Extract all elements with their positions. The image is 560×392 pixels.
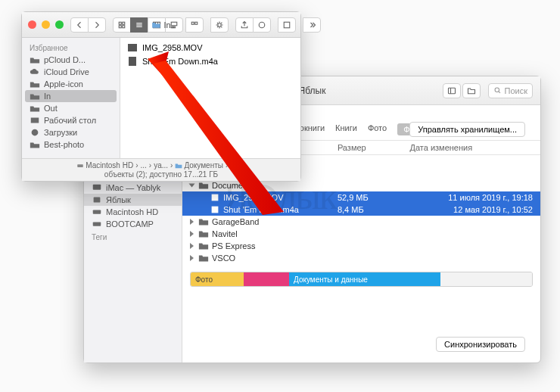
arrange-icon[interactable] (185, 17, 204, 33)
action-icon[interactable] (210, 17, 229, 33)
storage-seg-free (440, 272, 532, 286)
svg-rect-15 (119, 25, 121, 27)
sync-button[interactable]: Синхронизировать (436, 337, 525, 352)
svg-rect-34 (129, 57, 136, 66)
forward-icon[interactable] (88, 17, 106, 33)
svg-line-3 (498, 92, 499, 93)
sidebar-item-imac[interactable]: iMac — Yablyk (84, 182, 182, 194)
folder-icon[interactable] (462, 83, 481, 98)
storage-seg-docs: Документы и данные (289, 272, 440, 286)
tab-books[interactable]: Книги (335, 123, 357, 135)
svg-rect-12 (212, 207, 219, 213)
sidebar-item-bootcamp[interactable]: BOOTCAMP (84, 218, 182, 230)
front-titlebar: In (22, 12, 300, 38)
svg-rect-26 (191, 22, 194, 24)
view-switcher (114, 17, 183, 33)
storage-seg-photo: Фото (191, 272, 244, 286)
sidebar-item-best-photo[interactable]: Best-photo (22, 138, 120, 151)
svg-rect-10 (93, 222, 101, 226)
svg-rect-14 (123, 22, 125, 24)
svg-rect-9 (93, 210, 101, 213)
folder-row[interactable]: PS Express (182, 240, 540, 252)
svg-rect-6 (93, 185, 101, 190)
svg-rect-16 (123, 25, 125, 27)
tag-icon[interactable] (253, 17, 271, 33)
zoom-icon[interactable] (55, 20, 64, 29)
back-icon[interactable] (70, 17, 89, 33)
front-footer: Macintosh HD › ... › ya... › Документы ›… (22, 158, 300, 181)
audio-file-icon (126, 56, 138, 67)
file-row-m4a[interactable]: Shut 'Em Down.m4a8,4 МБ12 мая 2019 г., 1… (182, 204, 540, 216)
front-title: In (151, 20, 170, 30)
file-list: IMG_2958.MOV Shut 'Em Down.m4a (120, 38, 300, 158)
file-row-mov[interactable]: IMG_2958.MOV52,9 МБ11 июля 2019 г., 19:1… (182, 191, 540, 204)
front-sidebar: Избранное pCloud D... iCloud Drive Apple… (22, 38, 120, 158)
svg-point-29 (259, 22, 265, 28)
folder-icon (198, 241, 209, 250)
folder-row[interactable]: VSCO (182, 252, 540, 264)
search-placeholder: Поиск (505, 86, 527, 95)
view-icon-icon[interactable] (113, 17, 131, 33)
svg-rect-11 (212, 194, 219, 201)
sidebar-item-desktop[interactable]: Рабочий стол (22, 114, 120, 126)
svg-rect-13 (119, 22, 121, 24)
file-row[interactable]: IMG_2958.MOV (125, 41, 296, 54)
sidebar-toggle-icon[interactable] (443, 83, 461, 98)
sidebar-item-apple-icon[interactable]: Apple-icon (22, 78, 120, 90)
storage-bar: Фото Документы и данные (190, 272, 533, 287)
sidebar-group-favorites: Избранное (22, 41, 120, 54)
nav-back-forward (71, 17, 106, 33)
file-row[interactable]: Shut 'Em Down.m4a (125, 54, 296, 68)
file-icon (210, 205, 220, 214)
sidebar-item-out[interactable]: Out (22, 102, 120, 114)
share-icon[interactable] (235, 17, 254, 33)
traffic-lights (28, 20, 64, 29)
svg-rect-25 (173, 26, 175, 28)
breadcrumb[interactable]: Macintosh HD › ... › ya... › Документы ›… (76, 161, 245, 170)
svg-rect-23 (171, 22, 177, 26)
svg-rect-24 (171, 26, 173, 28)
finder-window: In Избранное pCloud D... iCloud Drive Ap… (21, 11, 301, 182)
search-input[interactable]: Поиск (488, 83, 533, 98)
folder-icon (198, 254, 209, 263)
more-icon[interactable] (303, 17, 321, 33)
svg-rect-33 (128, 44, 137, 51)
sidebar-item-in[interactable]: In (25, 90, 117, 102)
window-title: Яблык (299, 86, 326, 96)
tab-photo[interactable]: Фото (368, 123, 387, 135)
svg-rect-8 (94, 198, 101, 203)
dropdown-icon[interactable] (278, 17, 296, 33)
col-date[interactable]: Дата изменения (409, 143, 533, 152)
svg-point-28 (218, 23, 222, 26)
minimize-icon[interactable] (42, 20, 50, 29)
storage-seg-pink (244, 272, 289, 286)
svg-rect-30 (284, 22, 290, 28)
close-icon[interactable] (28, 20, 36, 29)
folder-row[interactable]: GarageBand (182, 216, 540, 228)
sidebar-item-icloud[interactable]: iCloud Drive (22, 66, 120, 78)
file-icon (210, 193, 220, 202)
svg-rect-27 (195, 22, 198, 24)
sidebar-item-macintosh-hd[interactable]: Macintosh HD (84, 206, 182, 218)
sidebar-group-tags: Теги (84, 230, 182, 243)
svg-point-2 (495, 88, 499, 92)
sidebar-item-downloads[interactable]: Загрузки (22, 126, 120, 138)
sidebar-item-pcloud[interactable]: pCloud D... (22, 54, 120, 66)
folder-row[interactable]: Navitel (182, 228, 540, 240)
folder-icon (198, 217, 209, 226)
svg-rect-0 (448, 88, 455, 94)
folder-icon (198, 229, 209, 238)
folder-icon (198, 181, 209, 190)
view-list-icon[interactable] (130, 17, 148, 33)
svg-rect-35 (78, 164, 84, 167)
svg-rect-31 (31, 118, 39, 123)
col-size[interactable]: Размер (338, 143, 410, 152)
movie-file-icon (126, 42, 138, 53)
status-text: объекты (2); доступно 17...21 ГБ (104, 170, 218, 179)
manage-storage-button[interactable]: Управлять хранилищем... (409, 122, 525, 137)
sidebar-item-yablyk[interactable]: Яблык (84, 194, 182, 206)
